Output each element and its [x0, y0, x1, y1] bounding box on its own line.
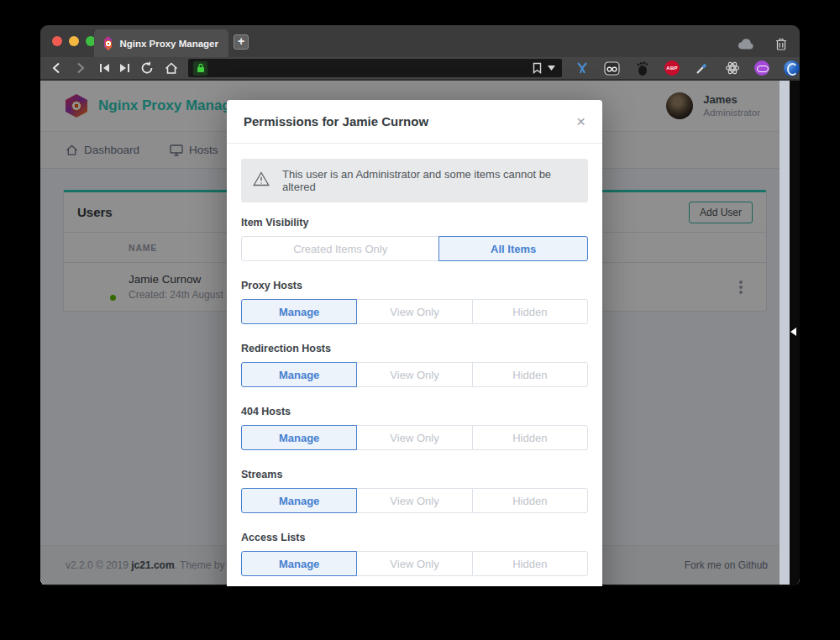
back-icon[interactable]	[48, 60, 65, 76]
hidden-button[interactable]: Hidden	[472, 488, 588, 513]
cloud-icon[interactable]	[738, 35, 754, 52]
view-only-button[interactable]: View Only	[356, 299, 472, 324]
extension-toolbar: ABP	[574, 60, 800, 76]
reload-icon[interactable]	[139, 60, 155, 76]
trash-icon[interactable]	[773, 35, 790, 52]
gnome-foot-icon[interactable]	[634, 60, 650, 76]
hidden-button[interactable]: Hidden	[472, 362, 588, 387]
new-tab-button[interactable]: +	[234, 34, 249, 50]
browser-window: Nginx Proxy Manager +	[40, 25, 800, 586]
view-only-button[interactable]: View Only	[356, 362, 472, 387]
all-items-button[interactable]: All Items	[438, 236, 588, 261]
hidden-button[interactable]: Hidden	[472, 425, 588, 450]
skip-forward-icon[interactable]	[116, 60, 133, 76]
view-only-button[interactable]: View Only	[356, 551, 472, 576]
browser-toolbar: ABP	[40, 57, 800, 81]
close-icon[interactable]: ×	[576, 113, 585, 129]
purple-goggles-icon[interactable]	[754, 60, 769, 76]
section-label: Item Visibility	[241, 217, 588, 228]
permissions-modal: Permissions for Jamie Curnow × This user…	[227, 100, 602, 586]
warning-icon	[253, 171, 270, 190]
redirection-hosts-section: Redirection Hosts Manage View Only Hidde…	[241, 343, 588, 387]
gear-icon[interactable]	[724, 60, 740, 76]
access-lists-options: Manage View Only Hidden	[241, 551, 588, 576]
404-hosts-section: 404 Hosts Manage View Only Hidden	[241, 406, 588, 450]
section-label: 404 Hosts	[241, 406, 588, 417]
admin-alert: This user is an Administrator and some i…	[241, 159, 588, 202]
item-visibility-options: Created Items Only All Items	[241, 236, 588, 261]
close-window-button[interactable]	[52, 36, 62, 46]
manage-button[interactable]: Manage	[241, 362, 357, 387]
ssl-lock-icon[interactable]	[193, 61, 207, 76]
section-label: Access Lists	[241, 532, 588, 543]
url-bar[interactable]	[188, 59, 562, 77]
modal-title: Permissions for Jamie Curnow	[244, 114, 428, 129]
streams-section: Streams Manage View Only Hidden	[241, 469, 588, 513]
bookmark-caret-icon[interactable]	[545, 60, 557, 76]
minimize-window-button[interactable]	[69, 36, 79, 46]
manage-button[interactable]: Manage	[241, 299, 357, 324]
manage-button[interactable]: Manage	[241, 551, 357, 576]
proxy-hosts-section: Proxy Hosts Manage View Only Hidden	[241, 280, 588, 324]
browser-tab[interactable]: Nginx Proxy Manager	[94, 29, 228, 57]
streams-options: Manage View Only Hidden	[241, 488, 588, 513]
proxy-hosts-options: Manage View Only Hidden	[241, 299, 588, 324]
view-only-button[interactable]: View Only	[356, 425, 472, 450]
hidden-button[interactable]: Hidden	[472, 299, 588, 324]
goggles-extension-icon[interactable]	[604, 60, 620, 76]
manage-button[interactable]: Manage	[241, 488, 357, 513]
skip-back-icon[interactable]	[97, 60, 113, 76]
bookmark-icon[interactable]	[528, 60, 545, 76]
page-scrollbar[interactable]	[780, 81, 790, 585]
view-only-button[interactable]: View Only	[356, 488, 472, 513]
edge-arrow-icon[interactable]	[790, 328, 796, 336]
hidden-button[interactable]: Hidden	[472, 551, 588, 576]
forward-icon[interactable]	[72, 60, 89, 76]
browser-sync-icon[interactable]	[784, 60, 800, 76]
created-items-only-button[interactable]: Created Items Only	[241, 236, 439, 261]
404-hosts-options: Manage View Only Hidden	[241, 425, 588, 450]
section-label: Proxy Hosts	[241, 280, 588, 291]
tab-title: Nginx Proxy Manager	[119, 39, 218, 49]
npm-favicon-icon	[104, 36, 112, 50]
redirection-hosts-options: Manage View Only Hidden	[241, 362, 588, 387]
eyedropper-icon[interactable]	[694, 60, 710, 76]
window-controls	[52, 36, 96, 46]
home-icon[interactable]	[163, 60, 180, 76]
browser-titlebar: Nginx Proxy Manager +	[40, 25, 800, 57]
manage-button[interactable]: Manage	[241, 425, 357, 450]
admin-alert-text: This user is an Administrator and some i…	[282, 168, 576, 193]
item-visibility-section: Item Visibility Created Items Only All I…	[241, 217, 588, 261]
access-lists-section: Access Lists Manage View Only Hidden	[241, 532, 588, 576]
wishbone-extension-icon[interactable]	[574, 60, 590, 76]
section-label: Redirection Hosts	[241, 343, 588, 354]
section-label: Streams	[241, 469, 588, 480]
adblock-plus-icon[interactable]: ABP	[664, 60, 680, 76]
